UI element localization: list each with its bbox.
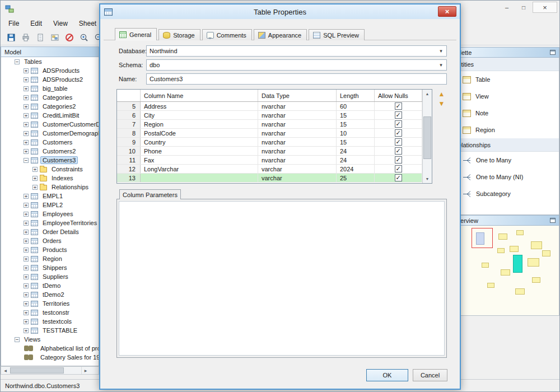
tree-label[interactable]: big_table — [40, 85, 70, 92]
tree-label[interactable]: Indexes — [49, 174, 76, 182]
data-type-cell[interactable]: varchar — [258, 174, 337, 182]
menu-edit[interactable]: Edit — [25, 17, 48, 30]
scroll-down-icon[interactable] — [423, 175, 432, 183]
allow-nulls-checkbox[interactable] — [395, 120, 402, 128]
scrollbar-thumb[interactable] — [423, 116, 431, 159]
minimap-viewport[interactable] — [472, 228, 493, 248]
palette-item-subcategory[interactable]: Subcategory — [449, 185, 559, 202]
ok-button[interactable]: OK — [366, 369, 408, 381]
tree-label[interactable]: EmployeeTerritories — [40, 219, 99, 227]
expand-icon[interactable] — [24, 203, 29, 208]
grid-row[interactable]: 11Faxnvarchar24 — [117, 156, 422, 165]
length-cell[interactable]: 15 — [337, 120, 375, 128]
minimize-button[interactable] — [499, 2, 515, 13]
schema-select[interactable]: dbo — [146, 59, 447, 71]
tree-label[interactable]: Region — [40, 255, 64, 263]
tab-sql-preview[interactable]: SQL Preview — [309, 29, 365, 40]
expand-icon[interactable] — [24, 292, 29, 297]
tree-label[interactable]: Employees — [40, 210, 75, 218]
tree-label[interactable]: TESTTABLE — [40, 326, 80, 334]
collapse-icon[interactable] — [24, 158, 29, 163]
page-setup-icon[interactable] — [34, 31, 46, 44]
tree-label[interactable]: Categories — [40, 94, 74, 101]
tree-item-customers[interactable]: Customers — [1, 138, 99, 147]
tree-item-big-table[interactable]: big_table — [1, 84, 99, 93]
tree-label[interactable]: Alphabetical list of products — [38, 344, 99, 352]
column-name-cell[interactable]: Region — [141, 120, 258, 128]
column-name-cell[interactable]: PostalCode — [141, 129, 258, 137]
expand-icon[interactable] — [24, 113, 29, 118]
tree-label[interactable]: Shippers — [40, 264, 69, 272]
expand-icon[interactable] — [24, 256, 29, 262]
expand-icon[interactable] — [24, 68, 29, 73]
expand-icon[interactable] — [24, 122, 29, 127]
float-panel-icon[interactable] — [550, 50, 556, 55]
tree-item-employees[interactable]: Employees — [1, 209, 99, 218]
tab-comments[interactable]: Comments — [202, 29, 252, 40]
expand-icon[interactable] — [24, 95, 29, 100]
allow-nulls-checkbox[interactable] — [395, 138, 402, 146]
tree-label[interactable]: ADSProducts2 — [40, 76, 85, 83]
data-type-cell[interactable]: nvarchar — [258, 102, 337, 110]
expand-icon[interactable] — [24, 221, 29, 226]
tree-label[interactable]: Relationships — [49, 183, 91, 191]
expand-icon[interactable] — [24, 212, 29, 217]
model-panel-header[interactable]: Model — [1, 46, 99, 57]
tree-item-tables[interactable]: Tables — [1, 57, 99, 66]
data-type-cell[interactable]: nvarchar — [258, 111, 337, 119]
palette-item-region[interactable]: Region — [449, 122, 559, 138]
expand-icon[interactable] — [24, 248, 29, 253]
column-name-cell[interactable]: LongVarchar — [141, 165, 258, 173]
collapse-icon[interactable] — [15, 59, 20, 64]
palette-item-one-to-many[interactable]: One to Many — [449, 152, 559, 169]
collapse-icon[interactable] — [15, 337, 20, 342]
tree-label[interactable]: testconstr — [40, 309, 72, 316]
tree-horizontal-scrollbar[interactable] — [1, 366, 99, 375]
tree-item-tdemo2[interactable]: tDemo2 — [1, 290, 99, 299]
expand-icon[interactable] — [32, 176, 38, 181]
expand-icon[interactable] — [24, 149, 29, 154]
tree-item-empl2[interactable]: EMPL2 — [1, 200, 99, 209]
expand-icon[interactable] — [24, 328, 29, 333]
tab-appearance[interactable]: Appearance — [254, 29, 307, 40]
column-parameters-tab[interactable]: Column Parameters — [119, 189, 181, 199]
length-cell[interactable]: 10 — [337, 129, 375, 137]
close-window-button[interactable] — [533, 2, 557, 13]
tree-label[interactable]: CustomerDemographics — [40, 129, 99, 137]
tree-label[interactable]: Products — [40, 246, 69, 254]
tree-item-alphabetical-list-of-products[interactable]: Alphabetical list of products — [1, 344, 99, 353]
column-name-cell[interactable] — [141, 174, 258, 182]
expand-icon[interactable] — [24, 265, 29, 270]
tree-label[interactable]: CreditLimitBit — [40, 111, 81, 119]
tree-item-region[interactable]: Region — [1, 254, 99, 263]
allow-nulls-cell[interactable] — [375, 111, 422, 119]
allow-nulls-checkbox[interactable] — [395, 129, 402, 137]
grid-row[interactable]: 7Regionnvarchar15 — [117, 120, 422, 129]
allow-nulls-cell[interactable] — [375, 129, 422, 137]
grid-row[interactable]: 13varchar25 — [117, 174, 422, 183]
length-cell[interactable]: 2024 — [337, 165, 375, 173]
tree-label[interactable]: Constraints — [49, 165, 85, 173]
grid-vertical-scrollbar[interactable] — [422, 90, 432, 183]
cancel-button[interactable]: Cancel — [413, 369, 447, 381]
column-name-cell[interactable]: Address — [141, 102, 258, 110]
disable-icon[interactable] — [63, 31, 76, 44]
tree-label[interactable]: tDemo2 — [40, 291, 67, 298]
column-name-cell[interactable]: Country — [141, 138, 258, 146]
allow-nulls-checkbox[interactable] — [395, 102, 402, 110]
overview-panel-header[interactable]: Overview — [449, 215, 559, 226]
expand-icon[interactable] — [32, 167, 38, 172]
tree-item-customers2[interactable]: Customers2 — [1, 147, 99, 156]
allow-nulls-checkbox[interactable] — [395, 156, 402, 164]
length-cell[interactable]: 15 — [337, 111, 375, 119]
data-type-cell[interactable]: varchar — [258, 165, 337, 173]
tree-label[interactable]: Category Sales for 1997 — [38, 353, 99, 361]
length-cell[interactable]: 60 — [337, 102, 375, 110]
data-type-cell[interactable]: nvarchar — [258, 156, 337, 164]
dialog-close-button[interactable] — [438, 6, 456, 17]
scroll-left-icon[interactable] — [1, 367, 10, 374]
grid-row[interactable]: 8PostalCodenvarchar10 — [117, 129, 422, 138]
tree-item-indexes[interactable]: Indexes — [1, 174, 99, 183]
tree-label[interactable]: Customers — [40, 138, 74, 146]
expand-icon[interactable] — [24, 283, 29, 288]
